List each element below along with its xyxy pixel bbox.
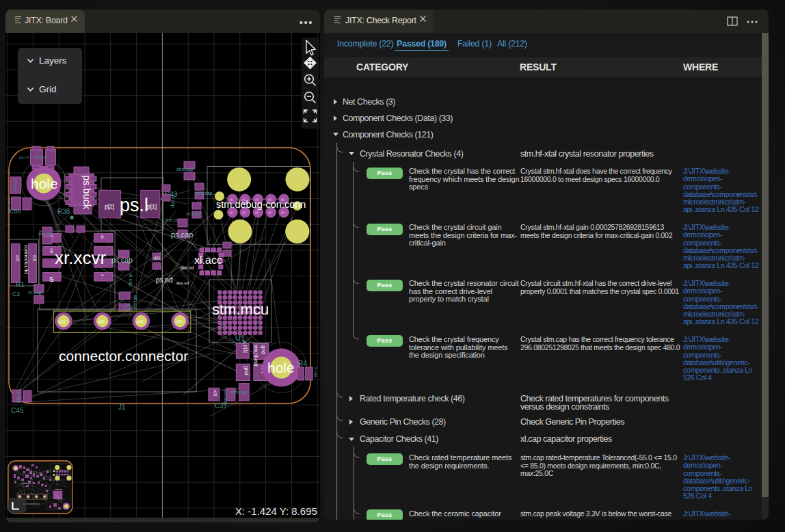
svg-text:stm.nd: stm.nd: [181, 265, 194, 270]
svg-text:gnd: gnd: [243, 366, 250, 375]
svg-text:ps.cap: ps.cap: [111, 256, 133, 264]
svg-text:stm.mcu: stm.mcu: [212, 301, 269, 318]
svg-text:p[3]: p[3]: [137, 319, 144, 323]
svg-text:p[]: p[]: [230, 211, 232, 214]
svg-text:xr.cap: xr.cap: [16, 391, 21, 403]
svg-text:do: do: [101, 235, 104, 239]
svg-text:xr.cap: xr.cap: [28, 289, 43, 295]
svg-text:p[2]: p[2]: [105, 203, 114, 210]
svg-text:p[2]: p[2]: [16, 255, 20, 262]
svg-text:p[1]: p[1]: [33, 255, 37, 262]
svg-text:p[1]: p[1]: [147, 203, 157, 210]
svg-text:xl.cap: xl.cap: [186, 211, 200, 217]
svg-text:ps.buck: ps.buck: [81, 175, 92, 210]
svg-text:connector.connector: connector.connector: [59, 348, 188, 364]
svg-text:stm.debug-con.conn: stm.debug-con.conn: [216, 199, 306, 210]
svg-text:ps.l: ps.l: [120, 195, 148, 215]
svg-text:U1: U1: [235, 334, 245, 342]
svg-text:ps.cap: ps.cap: [171, 230, 193, 239]
svg-text:p[4]: p[4]: [176, 319, 183, 323]
svg-text:cap: cap: [50, 248, 53, 254]
svg-text:R1: R1: [16, 281, 25, 289]
svg-text:C2: C2: [12, 291, 21, 297]
svg-text:xr.cap: xr.cap: [34, 155, 46, 160]
svg-text:stm.ud: stm.ud: [176, 281, 189, 285]
svg-text:hole: hole: [31, 176, 58, 191]
svg-text:stm.cap: stm.cap: [231, 390, 247, 395]
svg-text:s: s: [49, 274, 54, 284]
svg-text:stm.cap: stm.cap: [38, 232, 53, 236]
svg-text:p[]: p[]: [255, 211, 258, 214]
svg-text:p[1]: p[1]: [243, 345, 248, 353]
svg-text:p[]: p[]: [268, 211, 271, 214]
svg-text:p[2]: p[2]: [213, 390, 217, 397]
svg-text:p[]: p[]: [281, 211, 284, 214]
svg-text:hole: hole: [267, 360, 295, 375]
svg-text:xl.acc: xl.acc: [194, 254, 222, 266]
svg-text:xr.xcvr: xr.xcvr: [55, 248, 106, 268]
svg-text:connector.fid: connector.fid: [23, 245, 29, 274]
svg-text:J1: J1: [118, 403, 126, 411]
svg-text:ps.nd: ps.nd: [156, 276, 172, 284]
svg-text:p[1]: p[1]: [59, 319, 66, 323]
svg-text:s.cap: s.cap: [314, 367, 318, 377]
svg-text:stm.cap: stm.cap: [8, 199, 12, 212]
svg-text:r[1]: r[1]: [154, 256, 160, 260]
svg-text:stm.cap: stm.cap: [176, 167, 194, 172]
svg-text:p[]: p[]: [242, 211, 245, 214]
svg-text:xl.cap: xl.cap: [128, 274, 134, 287]
svg-text:C45: C45: [11, 407, 24, 414]
svg-text:stm.cap: stm.cap: [133, 295, 138, 310]
svg-text:stm.cap: stm.cap: [196, 191, 213, 196]
svg-text:R4: R4: [298, 360, 307, 367]
svg-text:C37: C37: [215, 402, 228, 410]
svg-text:p[2]: p[2]: [98, 319, 105, 323]
svg-text:stm.cap: stm.cap: [14, 178, 18, 191]
svg-text:R38: R38: [57, 208, 70, 215]
svg-text:xr.cap: xr.cap: [170, 194, 176, 208]
svg-text:ps.r-h: ps.r-h: [19, 155, 29, 159]
svg-text:X: -1.424 Y: 8.695: X: -1.424 Y: 8.695: [235, 505, 317, 517]
